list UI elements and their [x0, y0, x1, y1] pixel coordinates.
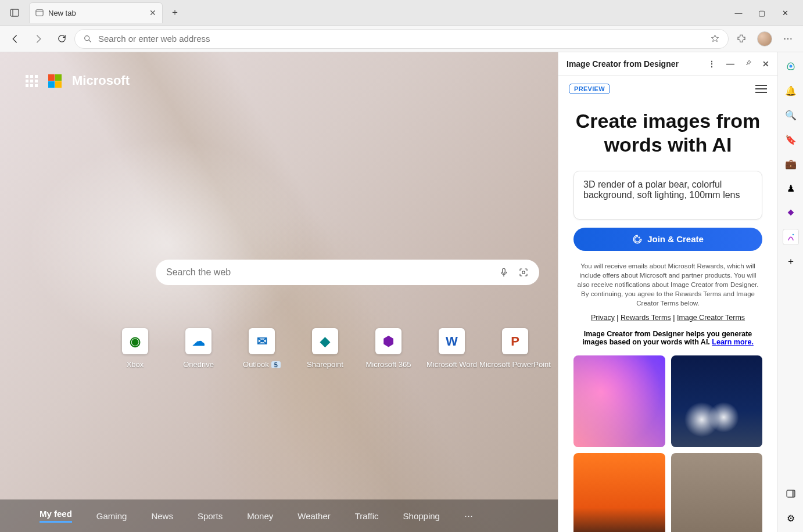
- notifications-icon[interactable]: 🔔: [783, 82, 799, 99]
- tile-icon: ⬢: [375, 328, 402, 354]
- svg-point-8: [789, 65, 792, 68]
- panel-toolbar: PREVIEW: [558, 76, 777, 99]
- microsoft-logo: [48, 74, 62, 88]
- rewards-terms-link[interactable]: Rewards Terms: [621, 314, 671, 322]
- favorite-icon[interactable]: [710, 34, 720, 44]
- refresh-button[interactable]: [51, 28, 72, 49]
- panel-more-button[interactable]: ⋮: [708, 59, 716, 69]
- settings-icon[interactable]: ⚙: [783, 510, 799, 526]
- legal-links: Privacy | Rewards Terms | Image Creator …: [573, 314, 762, 322]
- address-input[interactable]: [98, 34, 704, 44]
- example-image[interactable]: [573, 355, 665, 447]
- tile-label: Onedrive: [183, 360, 214, 369]
- quick-link-tile[interactable]: ◆ Sharepoint: [312, 328, 338, 369]
- feed-tab[interactable]: Traffic: [355, 511, 379, 521]
- panel-menu-button[interactable]: [755, 85, 767, 93]
- feed-tab[interactable]: News: [151, 511, 173, 521]
- shopping-icon[interactable]: 🔖: [783, 131, 799, 148]
- tile-label: Microsoft Word: [426, 360, 477, 369]
- create-icon: [632, 234, 643, 245]
- feed-tab[interactable]: Weather: [297, 511, 330, 521]
- tab-title: New tab: [48, 9, 76, 17]
- quick-link-tile[interactable]: P Microsoft PowerPoint: [502, 328, 528, 369]
- back-button[interactable]: [5, 28, 26, 49]
- copilot-icon[interactable]: [783, 58, 799, 74]
- svg-line-5: [89, 40, 91, 42]
- web-search-box[interactable]: [156, 260, 539, 285]
- window-maximize-button[interactable]: ▢: [755, 9, 768, 17]
- panel-minimize-button[interactable]: —: [726, 59, 734, 69]
- image-creator-panel: Image Creator from Designer ⋮ — ✕ PREVIE…: [558, 52, 777, 532]
- example-gallery: [573, 355, 762, 532]
- more-button[interactable]: ⋯: [777, 28, 798, 49]
- games-icon[interactable]: ♟: [783, 180, 799, 196]
- quick-link-tile[interactable]: ⬢ Microsoft 365: [375, 328, 402, 369]
- join-create-label: Join & Create: [647, 234, 704, 244]
- svg-point-9: [792, 234, 794, 236]
- tab-actions-button[interactable]: [5, 3, 24, 23]
- tile-icon: ✉: [249, 328, 275, 354]
- feed-tab[interactable]: My feed: [40, 509, 72, 523]
- app-launcher-button[interactable]: [26, 75, 38, 87]
- svg-rect-2: [36, 10, 43, 16]
- office-icon[interactable]: [783, 204, 799, 221]
- toggle-sidebar-button[interactable]: [783, 486, 799, 502]
- search-icon[interactable]: 🔍: [783, 107, 799, 123]
- tile-icon: ◉: [122, 328, 148, 354]
- page-header: Microsoft: [26, 73, 130, 88]
- helper-text: Image Creator from Designer helps you ge…: [573, 330, 762, 346]
- tile-icon: ☁: [185, 328, 211, 354]
- svg-rect-11: [792, 490, 795, 497]
- image-creator-icon[interactable]: [783, 229, 799, 245]
- example-image[interactable]: [671, 355, 763, 447]
- join-create-button[interactable]: Join & Create: [573, 228, 762, 251]
- tile-label: Sharepoint: [307, 360, 343, 369]
- feed-tab[interactable]: Gaming: [96, 511, 127, 521]
- quick-link-tile[interactable]: ✉ Outlook5: [249, 328, 275, 369]
- example-image[interactable]: [671, 453, 763, 532]
- panel-close-button[interactable]: ✕: [762, 59, 769, 69]
- creator-terms-link[interactable]: Image Creator Terms: [677, 314, 745, 322]
- panel-pin-button[interactable]: [745, 59, 752, 69]
- profile-button[interactable]: [754, 28, 775, 49]
- window-minimize-button[interactable]: —: [732, 9, 745, 17]
- tile-label: Microsoft 365: [365, 360, 411, 369]
- panel-body: Create images from words with AI 3D rend…: [558, 99, 777, 532]
- new-tab-button[interactable]: ＋: [166, 4, 184, 21]
- example-image[interactable]: [573, 453, 665, 532]
- quick-link-tile[interactable]: W Microsoft Word: [439, 328, 465, 369]
- prompt-input[interactable]: 3D render of a polar bear, colorful back…: [573, 171, 762, 220]
- address-bar[interactable]: [74, 29, 729, 49]
- extensions-button[interactable]: [731, 28, 752, 49]
- feed-more-button[interactable]: ⋯: [464, 511, 473, 521]
- svg-rect-6: [503, 268, 506, 273]
- add-sidebar-button[interactable]: ＋: [783, 253, 799, 269]
- panel-title: Image Creator from Designer: [567, 59, 679, 69]
- tab-close-button[interactable]: ✕: [149, 8, 156, 17]
- visual-search-icon[interactable]: [518, 267, 529, 278]
- quick-link-tile[interactable]: ◉ Xbox: [122, 328, 148, 369]
- browser-tab[interactable]: New tab ✕: [29, 2, 163, 23]
- voice-search-icon[interactable]: [499, 267, 509, 278]
- quick-links: ◉ Xbox☁ Onedrive✉ Outlook5◆ Sharepoint⬢ …: [122, 328, 528, 369]
- feed-tab[interactable]: Money: [247, 511, 273, 521]
- feed-tab[interactable]: Sports: [198, 511, 223, 521]
- fineprint: You will receive emails about Microsoft …: [573, 261, 762, 308]
- window-close-button[interactable]: ✕: [779, 9, 791, 17]
- svg-rect-0: [10, 9, 19, 16]
- new-tab-page: Microsoft ◉ Xbox☁ Onedrive✉ Outlook5◆ Sh…: [0, 52, 558, 532]
- privacy-link[interactable]: Privacy: [591, 314, 615, 322]
- web-search-input[interactable]: [166, 267, 499, 278]
- brand-name: Microsoft: [72, 73, 130, 88]
- tile-icon: ◆: [312, 328, 338, 354]
- forward-button[interactable]: [28, 28, 49, 49]
- tile-icon: P: [502, 328, 528, 354]
- svg-point-7: [522, 271, 525, 274]
- quick-link-tile[interactable]: ☁ Onedrive: [185, 328, 211, 369]
- search-icon: [83, 34, 92, 44]
- tools-icon[interactable]: 💼: [783, 156, 799, 172]
- feed-tab[interactable]: Shopping: [403, 511, 440, 521]
- page-icon: [35, 9, 44, 17]
- titlebar: New tab ✕ ＋ — ▢ ✕: [0, 0, 803, 26]
- learn-more-link[interactable]: Learn more.: [712, 338, 754, 346]
